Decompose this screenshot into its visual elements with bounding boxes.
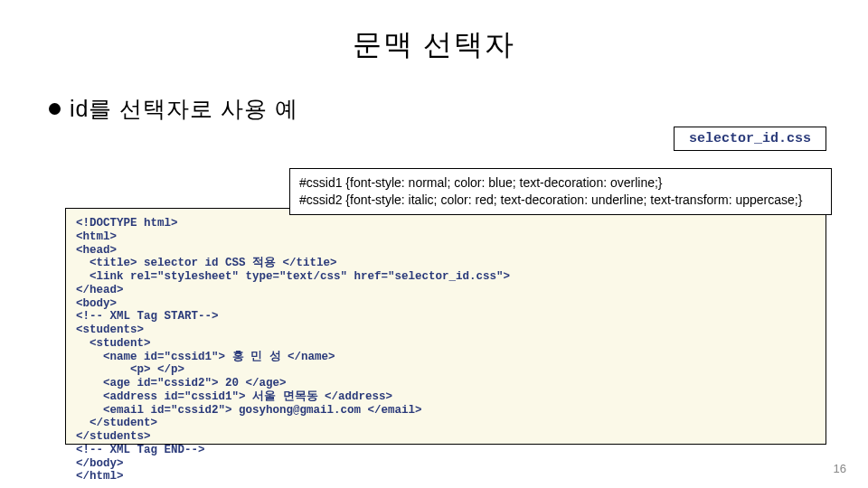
bullet-text: id를 선택자로 사용 예 [70, 94, 298, 124]
css-rules-box: #cssid1 {font-style: normal; color: blue… [289, 168, 832, 215]
css-rule-line: #cssid1 {font-style: normal; color: blue… [299, 174, 822, 192]
css-rule-line: #cssid2 {font-style: italic; color: red;… [299, 192, 822, 209]
css-filename-label: selector_id.css [674, 127, 826, 151]
page-number: 16 [834, 462, 846, 475]
bullet-dot-icon [49, 103, 61, 115]
html-code-block: <!DOCTYPE html> <html> <head> <title> se… [76, 217, 510, 483]
slide-title: 문맥 선택자 [0, 25, 868, 65]
bullet-item: id를 선택자로 사용 예 [49, 94, 868, 124]
